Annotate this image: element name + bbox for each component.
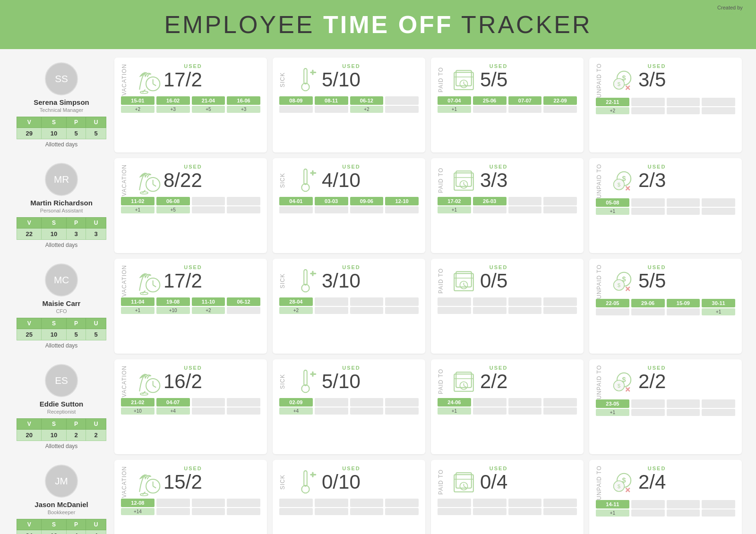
category-card: Sick USED 4/10 04-01 03-03 09-06	[273, 158, 425, 253]
date-delta	[631, 308, 665, 315]
card-type-label: Vacation	[121, 164, 128, 196]
date-delta	[192, 206, 225, 213]
used-value: 2/2	[638, 372, 666, 391]
card-right: USED 2/3	[638, 164, 666, 190]
category-card: Unpaid TO $ $ USED 2/2 23-05 +1	[589, 359, 742, 454]
category-card: Paid TO USED 3/3 17-02 +1 26-03	[431, 158, 584, 253]
card-right: USED 17/2	[163, 264, 202, 291]
svg-point-29	[140, 192, 147, 194]
date-delta	[508, 307, 542, 314]
date-box	[631, 98, 665, 106]
svg-rect-30	[304, 169, 307, 185]
date-box	[385, 398, 419, 407]
date-entry	[702, 399, 735, 416]
date-delta: +1	[121, 307, 155, 314]
date-box	[473, 297, 507, 306]
col-p: P	[66, 419, 86, 430]
card-icon	[447, 164, 480, 197]
date-entry	[315, 499, 348, 515]
used-value: 17/2	[163, 70, 202, 90]
date-entry	[192, 197, 225, 213]
card-type-label: Vacation	[121, 365, 128, 398]
date-box	[350, 398, 384, 407]
employee-info: ES Eddie Sutton Receptionist V S P U 20 …	[14, 359, 109, 454]
date-delta	[227, 508, 260, 515]
val-s: 10	[42, 530, 66, 534]
date-box	[192, 398, 225, 407]
employee-title: Technical Manager	[40, 107, 83, 113]
date-delta	[508, 106, 542, 113]
date-box	[543, 197, 577, 205]
date-delta	[385, 307, 419, 314]
col-s: S	[42, 218, 66, 229]
employee-name: Eddie Sutton	[40, 400, 84, 408]
date-delta: +5	[192, 106, 225, 113]
date-box: 22-05	[596, 299, 629, 307]
date-delta	[508, 508, 542, 515]
date-entry	[438, 499, 471, 515]
page: EMPLOYEE TIME OFF TRACKER Created byTemp…	[0, 0, 756, 534]
date-entry	[702, 98, 735, 114]
date-grid: 08-09 08-11 06-12 +2	[279, 96, 419, 113]
col-u: U	[86, 318, 106, 329]
card-type-label: Sick	[279, 374, 286, 389]
card-inner: Vacation USED 17/2	[121, 264, 260, 297]
date-entry	[473, 297, 507, 314]
date-delta	[473, 508, 507, 515]
card-icon: $ $	[605, 63, 638, 96]
date-box: 15-01	[121, 96, 155, 105]
svg-rect-102	[312, 472, 313, 477]
employee-info: SS Serena Simpson Technical Manager V S …	[14, 58, 109, 153]
category-card: Sick USED 3/10 28-04 +2	[273, 259, 425, 354]
date-entry	[227, 197, 260, 213]
date-entry	[350, 297, 384, 314]
date-entry	[631, 98, 665, 114]
date-box: 22-11	[596, 98, 629, 106]
card-icon	[130, 164, 163, 197]
date-box	[508, 297, 542, 306]
val-p: 3	[66, 229, 86, 240]
card-inner: Unpaid TO $ $ USED 2/4	[596, 466, 735, 500]
svg-point-6	[140, 91, 147, 93]
date-box	[315, 499, 348, 507]
date-entry	[543, 197, 577, 213]
date-box	[227, 398, 260, 407]
card-type-label: Sick	[279, 475, 286, 490]
date-entry: 05-08 +1	[596, 198, 629, 215]
card-inner: Sick USED 5/10	[279, 63, 419, 96]
date-entry	[667, 500, 700, 517]
date-delta	[473, 206, 507, 213]
svg-line-73	[153, 385, 156, 387]
date-entry	[667, 399, 700, 416]
date-delta	[350, 307, 384, 314]
date-entry	[508, 197, 542, 213]
used-value: 8/22	[163, 170, 202, 190]
employee-row: SS Serena Simpson Technical Manager V S …	[14, 58, 742, 153]
date-box: 21-02	[121, 398, 155, 407]
logo-name: TemplateLAB	[713, 10, 747, 16]
val-v: 24	[17, 530, 42, 534]
allotted-label: Allotted days	[45, 443, 78, 449]
card-type-label: Vacation	[121, 466, 128, 498]
date-entry	[156, 499, 190, 515]
date-grid: 05-08 +1	[596, 198, 735, 215]
date-delta	[631, 107, 665, 114]
avatar: ES	[45, 364, 78, 397]
col-p: P	[66, 117, 86, 128]
date-grid	[279, 499, 419, 515]
category-card: Unpaid TO $ $ USED 3/5 22-11 +2	[589, 58, 742, 153]
date-entry	[508, 499, 542, 515]
date-delta: +1	[121, 206, 155, 213]
card-right: USED 3/5	[638, 63, 666, 90]
date-delta	[385, 206, 419, 213]
date-entry	[350, 398, 384, 415]
date-box	[543, 297, 577, 306]
employee-title: Receptionist	[47, 409, 76, 415]
date-box: 04-01	[279, 197, 313, 205]
date-delta	[631, 409, 665, 416]
category-card: Vacation USED 16/2 21-02 +10 04-07 +4	[114, 359, 267, 454]
card-type-label: Vacation	[121, 265, 128, 297]
date-box	[667, 399, 700, 408]
svg-text:SS: SS	[55, 73, 68, 84]
category-card: Paid TO USED 0/5	[431, 259, 584, 354]
